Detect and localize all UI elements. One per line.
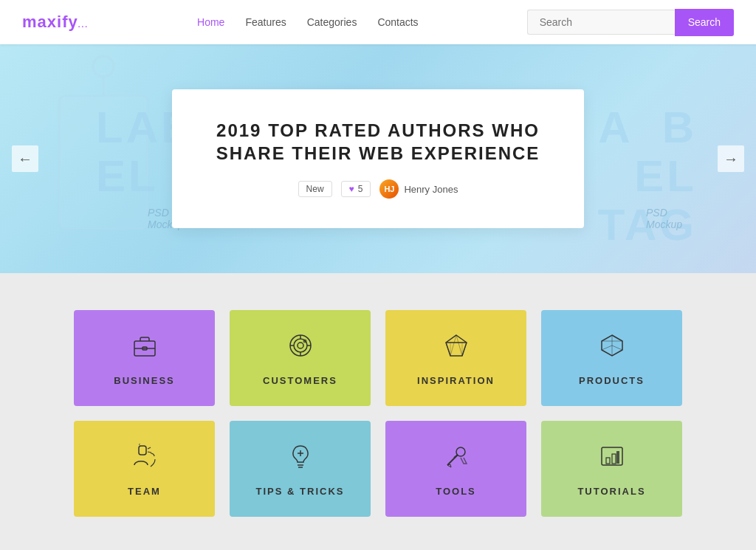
search-button[interactable]: Search [675, 9, 734, 36]
category-team[interactable]: TEAM [74, 421, 215, 517]
svg-rect-36 [606, 458, 610, 464]
category-team-label: TEAM [128, 486, 161, 497]
svg-point-13 [303, 339, 306, 343]
header: maxify... Home Features Categories Conta… [0, 0, 756, 44]
main-nav: Home Features Categories Contacts [197, 16, 419, 28]
hero-title: 2019 TOP RATED AUTHORS WHOSHARE THEIR WE… [216, 119, 540, 165]
tools-icon [441, 441, 471, 477]
svg-line-18 [446, 343, 450, 356]
svg-line-25 [602, 346, 612, 350]
category-tools[interactable]: TOOLS [385, 421, 526, 517]
heart-icon: ♥ [349, 184, 354, 194]
likes-count: 5 [358, 184, 363, 194]
nav-home[interactable]: Home [197, 16, 224, 28]
category-tips-tricks-label: TIPS & TRICKS [256, 486, 345, 497]
hero-arrow-right[interactable]: → [718, 145, 744, 172]
category-products-label: PRODUCTS [579, 375, 645, 386]
search-input[interactable] [527, 10, 675, 35]
category-business-label: BUSINESS [114, 375, 174, 386]
categories-grid: BUSINESS CUSTOMERS [74, 310, 682, 517]
nav-features[interactable]: Features [245, 16, 286, 28]
hero-section: LABEL PSDMockup A BELTAG PSDMockup ← 201… [0, 44, 756, 273]
hero-meta: New ♥ 5 HJ Henry Jones [216, 179, 540, 199]
logo-text: maxify [22, 13, 78, 31]
category-tutorials[interactable]: TUTORIALS [541, 421, 682, 517]
category-tutorials-label: TUTORIALS [577, 486, 645, 497]
svg-rect-27 [139, 446, 146, 455]
author-avatar: HJ [379, 179, 399, 199]
svg-line-19 [462, 343, 467, 356]
category-inspiration[interactable]: INSPIRATION [385, 310, 526, 406]
svg-line-26 [612, 346, 622, 350]
hero-right-mockup: PSDMockup [646, 207, 682, 230]
briefcase-icon [130, 331, 159, 366]
category-inspiration-label: INSPIRATION [417, 375, 495, 386]
category-tips-tricks[interactable]: TIPS & TRICKS [230, 421, 371, 517]
chart-icon [597, 441, 627, 477]
lightbulb-icon [286, 441, 315, 477]
hero-author: HJ Henry Jones [379, 179, 458, 199]
cube-icon [597, 331, 627, 366]
category-customers[interactable]: CUSTOMERS [230, 310, 371, 406]
svg-point-0 [93, 56, 114, 77]
diamond-icon [441, 331, 471, 366]
target-icon [286, 331, 315, 366]
category-business[interactable]: BUSINESS [74, 310, 215, 406]
category-products[interactable]: PRODUCTS [541, 310, 682, 406]
category-tools-label: TOOLS [436, 486, 476, 497]
author-name: Henry Jones [404, 184, 458, 195]
hero-card: 2019 TOP RATED AUTHORS WHOSHARE THEIR WE… [172, 89, 585, 228]
team-icon [130, 441, 159, 477]
nav-categories[interactable]: Categories [307, 16, 357, 28]
svg-point-8 [298, 343, 303, 348]
logo[interactable]: maxify... [22, 13, 89, 32]
logo-dots: ... [78, 21, 89, 29]
categories-section: BUSINESS CUSTOMERS [0, 273, 756, 550]
svg-rect-37 [612, 454, 616, 464]
hero-likes: ♥ 5 [341, 181, 371, 197]
search-area: Search [527, 9, 734, 36]
hero-arrow-left[interactable]: ← [12, 145, 38, 172]
category-customers-label: CUSTOMERS [263, 375, 337, 386]
badge-new: New [298, 181, 332, 197]
nav-contacts[interactable]: Contacts [377, 16, 418, 28]
